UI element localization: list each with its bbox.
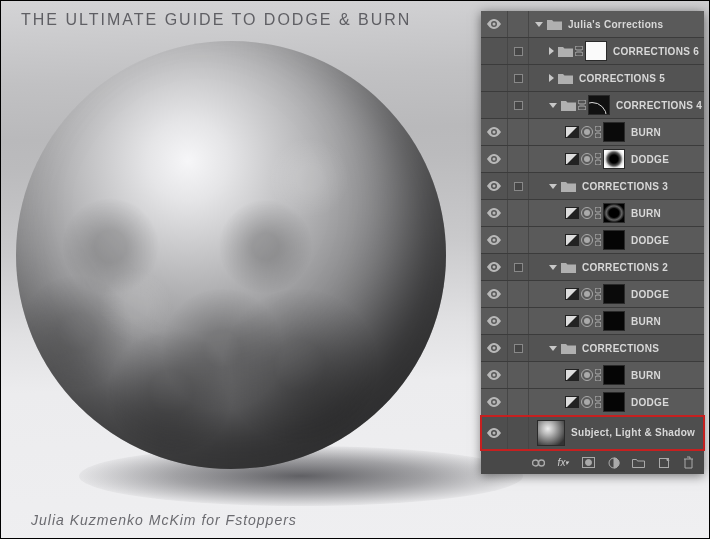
svg-point-5 <box>493 131 496 134</box>
expand-arrow-icon[interactable] <box>549 265 557 270</box>
visibility-toggle[interactable] <box>481 289 507 299</box>
layer-group-3[interactable]: CORRECTIONS 3 <box>481 173 704 200</box>
link-icon <box>578 100 586 110</box>
svg-point-18 <box>493 266 496 269</box>
layer-label: DODGE <box>631 235 669 246</box>
extra-col <box>507 254 529 280</box>
adjustment-button[interactable] <box>606 455 621 470</box>
group-button[interactable] <box>631 455 646 470</box>
visibility-toggle[interactable] <box>481 208 507 218</box>
layer-label: CORRECTIONS 2 <box>582 262 668 273</box>
link-icon <box>595 234 601 246</box>
layer-burn[interactable]: BURN <box>481 362 704 389</box>
link-icon <box>595 396 601 408</box>
layer-burn[interactable]: BURN <box>481 308 704 335</box>
mask-thumbnail[interactable] <box>603 230 625 250</box>
layer-group-1[interactable]: CORRECTIONS <box>481 335 704 362</box>
expand-arrow-icon[interactable] <box>549 103 557 108</box>
link-icon <box>595 288 601 300</box>
expand-arrow-icon[interactable] <box>549 184 557 189</box>
svg-rect-23 <box>595 315 601 320</box>
mask-thumbnail[interactable] <box>603 311 625 331</box>
mask-thumbnail[interactable] <box>603 122 625 142</box>
folder-icon <box>558 46 573 57</box>
layer-dodge[interactable]: DODGE <box>481 281 704 308</box>
mask-thumbnail[interactable] <box>603 203 625 223</box>
adjustment-icon <box>565 207 579 219</box>
svg-rect-2 <box>575 52 583 56</box>
new-layer-button[interactable] <box>656 455 671 470</box>
extra-col <box>507 173 529 199</box>
adjustment-icon <box>565 153 579 165</box>
curves-icon <box>581 315 593 327</box>
svg-rect-20 <box>595 288 601 293</box>
visibility-toggle[interactable] <box>481 262 507 272</box>
layer-dodge[interactable]: DODGE <box>481 389 704 416</box>
checkbox-icon[interactable] <box>514 101 523 110</box>
visibility-toggle[interactable] <box>481 428 507 438</box>
layer-group-5[interactable]: CORRECTIONS 5 <box>481 65 704 92</box>
visibility-toggle[interactable] <box>481 370 507 380</box>
link-layers-button[interactable] <box>531 455 546 470</box>
svg-rect-28 <box>595 376 601 381</box>
link-icon <box>595 315 601 327</box>
layer-label: DODGE <box>631 289 669 300</box>
adjustment-icon <box>565 288 579 300</box>
visibility-toggle[interactable] <box>481 343 507 353</box>
visibility-toggle[interactable] <box>481 235 507 245</box>
visibility-toggle[interactable] <box>481 127 507 137</box>
layer-group-6[interactable]: CORRECTIONS 6 <box>481 38 704 65</box>
layer-thumbnail[interactable] <box>537 420 565 446</box>
layer-dodge[interactable]: DODGE <box>481 227 704 254</box>
sphere-illustration <box>16 41 456 521</box>
layer-subject-selected[interactable]: Subject, Light & Shadow <box>481 416 704 450</box>
fx-button[interactable]: fx▾ <box>556 455 571 470</box>
checkbox-icon[interactable] <box>514 74 523 83</box>
layer-label: BURN <box>631 370 661 381</box>
expand-arrow-icon[interactable] <box>535 22 543 27</box>
collapse-arrow-icon[interactable] <box>549 47 554 55</box>
layer-label: CORRECTIONS 6 <box>613 46 699 57</box>
layer-burn[interactable]: BURN <box>481 200 704 227</box>
svg-rect-21 <box>595 295 601 300</box>
layer-burn[interactable]: BURN <box>481 119 704 146</box>
checkbox-icon[interactable] <box>514 263 523 272</box>
mask-thumbnail[interactable] <box>603 365 625 385</box>
layer-dodge[interactable]: DODGE <box>481 146 704 173</box>
expand-arrow-icon[interactable] <box>549 346 557 351</box>
link-icon <box>595 369 601 381</box>
trash-button[interactable] <box>681 455 696 470</box>
mask-thumbnail[interactable] <box>603 149 625 169</box>
svg-rect-16 <box>595 234 601 239</box>
curves-icon <box>581 126 593 138</box>
visibility-toggle[interactable] <box>481 316 507 326</box>
checkbox-icon[interactable] <box>514 47 523 56</box>
visibility-toggle[interactable] <box>481 397 507 407</box>
mask-thumbnail[interactable] <box>603 392 625 412</box>
visibility-toggle[interactable] <box>481 154 507 164</box>
svg-rect-6 <box>595 126 601 131</box>
svg-rect-13 <box>595 207 601 212</box>
layer-group-2[interactable]: CORRECTIONS 2 <box>481 254 704 281</box>
visibility-toggle[interactable] <box>481 19 507 29</box>
visibility-toggle[interactable] <box>481 181 507 191</box>
svg-point-8 <box>493 158 496 161</box>
mask-thumbnail[interactable] <box>588 95 610 115</box>
collapse-arrow-icon[interactable] <box>549 74 554 82</box>
mask-button[interactable] <box>581 455 596 470</box>
mask-thumbnail[interactable] <box>585 41 607 61</box>
svg-rect-34 <box>539 460 545 466</box>
layer-group-root[interactable]: Julia's Corrections <box>481 11 704 38</box>
adjustment-icon <box>565 126 579 138</box>
svg-rect-24 <box>595 322 601 327</box>
extra-col <box>507 92 529 118</box>
extra-col <box>507 362 529 388</box>
svg-point-15 <box>493 239 496 242</box>
link-icon <box>595 153 601 165</box>
curves-icon <box>581 153 593 165</box>
checkbox-icon[interactable] <box>514 344 523 353</box>
layer-group-4[interactable]: CORRECTIONS 4 <box>481 92 704 119</box>
mask-thumbnail[interactable] <box>603 284 625 304</box>
link-icon <box>595 207 601 219</box>
checkbox-icon[interactable] <box>514 182 523 191</box>
